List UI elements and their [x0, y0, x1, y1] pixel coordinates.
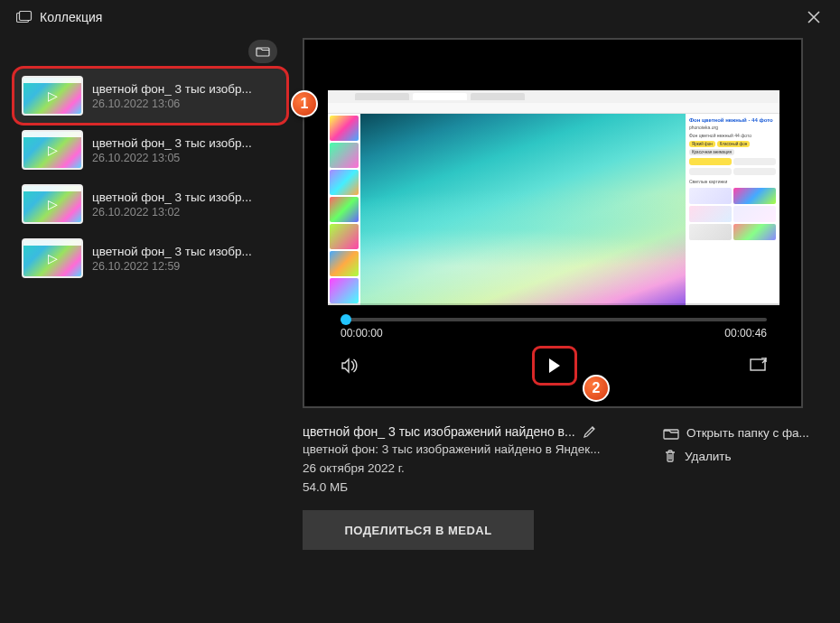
clip-thumb: ▷	[22, 184, 83, 224]
meta-title: цветной фон_ 3 тыс изображений найдено в…	[303, 424, 575, 439]
clip-title: цветной фон_ 3 тыс изобр...	[92, 136, 252, 150]
play-button[interactable]	[535, 349, 574, 383]
video-player: Фон цветной нежный - 44 фото phonoteka.o…	[303, 38, 803, 408]
preview-info-panel: Фон цветной нежный - 44 фото phonoteka.o…	[686, 114, 779, 305]
meta-size: 54.0 МБ	[303, 480, 641, 494]
clip-date: 26.10.2022 13:05	[92, 152, 252, 164]
callout-1: 1	[291, 90, 318, 117]
content-area: Фон цветной нежный - 44 фото phonoteka.o…	[294, 34, 840, 621]
edit-title-button[interactable]	[583, 424, 597, 439]
callout-2: 2	[583, 375, 610, 402]
time-current: 00:00:00	[341, 327, 383, 339]
clip-thumb: ▷	[22, 130, 83, 170]
meta-subtitle: цветной фон: 3 тыс изображений найдено в…	[303, 442, 641, 456]
clip-item-1[interactable]: ▷ цветной фон_ 3 тыс изобр... 26.10.2022…	[14, 123, 286, 177]
volume-button[interactable]	[341, 358, 360, 374]
share-medal-button[interactable]: ПОДЕЛИТЬСЯ В MEDAL	[303, 510, 534, 550]
clip-meta: цветной фон_ 3 тыс изображений найдено в…	[303, 424, 817, 550]
open-folder-icon-button[interactable]	[248, 40, 277, 63]
fullscreen-button[interactable]	[749, 358, 767, 374]
preview-main-image	[360, 114, 686, 305]
open-folder-action[interactable]: Открыть папку с фа...	[663, 426, 817, 440]
delete-action[interactable]: Удалить	[663, 449, 817, 463]
time-total: 00:00:46	[724, 327, 767, 339]
sidebar: ▷ цветной фон_ 3 тыс изобр... 26.10.2022…	[0, 34, 294, 621]
preview-browser-tabs	[328, 90, 779, 103]
titlebar: Коллекция	[0, 0, 840, 34]
clip-date: 26.10.2022 13:02	[92, 206, 252, 219]
clip-item-0[interactable]: ▷ цветной фон_ 3 тыс изобр... 26.10.2022…	[14, 69, 286, 123]
play-icon: ▷	[48, 251, 58, 265]
progress-bar[interactable]	[341, 318, 767, 321]
clip-title: цветной фон_ 3 тыс изобр...	[92, 82, 252, 96]
close-button[interactable]	[800, 9, 827, 25]
clip-item-2[interactable]: ▷ цветной фон_ 3 тыс изобр... 26.10.2022…	[14, 177, 286, 231]
clip-date: 26.10.2022 13:06	[92, 98, 252, 110]
collection-icon	[16, 11, 33, 23]
clip-thumb: ▷	[22, 76, 83, 116]
player-controls: 00:00:00 00:00:46	[328, 303, 779, 394]
clip-title: цветной фон_ 3 тыс изобр...	[92, 191, 252, 204]
window-title: Коллекция	[40, 10, 102, 24]
play-icon: ▷	[48, 143, 58, 157]
clip-item-3[interactable]: ▷ цветной фон_ 3 тыс изобр... 26.10.2022…	[14, 231, 286, 285]
preview-body: Фон цветной нежный - 44 фото phonoteka.o…	[328, 114, 779, 305]
svg-rect-3	[751, 359, 765, 370]
clip-date: 26.10.2022 12:59	[92, 260, 252, 273]
progress-knob[interactable]	[341, 314, 351, 325]
clip-thumb: ▷	[22, 238, 83, 278]
play-icon: ▷	[48, 88, 58, 103]
clip-title: цветной фон_ 3 тыс изобр...	[92, 245, 252, 258]
preview-address-bar	[328, 103, 779, 114]
svg-rect-1	[20, 12, 32, 21]
play-icon: ▷	[48, 197, 58, 211]
meta-date: 26 октября 2022 г.	[303, 461, 641, 475]
